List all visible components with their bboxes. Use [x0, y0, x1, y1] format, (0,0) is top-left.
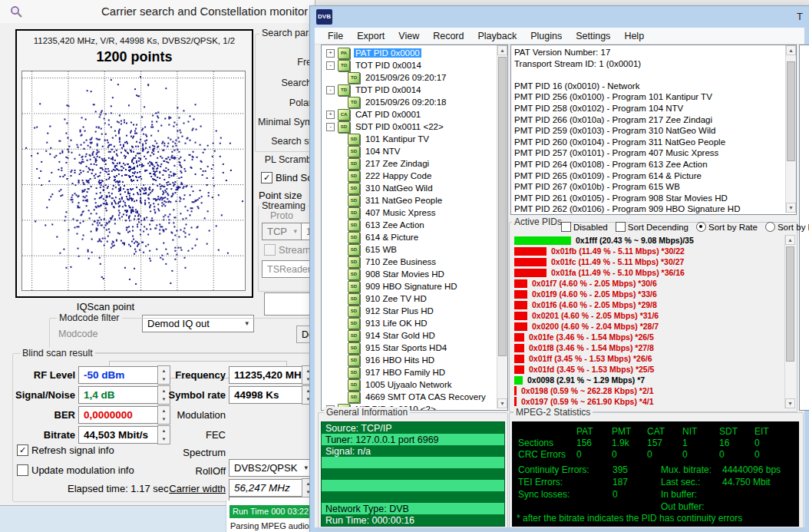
- scrollbar-thumb[interactable]: [786, 246, 794, 362]
- scroll-up-icon[interactable]: ▲: [786, 45, 796, 55]
- collapse-icon[interactable]: -: [326, 86, 335, 94]
- pid-rate-row[interactable]: 0x0098 (2.91 % ~ 1.29 Mbps) *7: [514, 375, 784, 385]
- scroll-down-icon[interactable]: ▼: [785, 398, 795, 408]
- collapse-icon[interactable]: -: [326, 61, 335, 70]
- sn-field[interactable]: 1,4 dB: [78, 386, 158, 404]
- carrier-width-link[interactable]: Carrier width: [118, 483, 226, 494]
- tree-row[interactable]: SD914 Star Gold HD: [322, 329, 497, 342]
- tree-row[interactable]: SD615 WB: [322, 243, 497, 256]
- tree-row[interactable]: TO2015/09/26 09:20:17: [322, 71, 497, 84]
- tree-row[interactable]: SD908 Star Movies HD: [322, 268, 497, 280]
- pid-rate-row[interactable]: 0x01fa (11.49 % - 5.10 Mbps) *36/16: [514, 267, 784, 278]
- pid-rate-row[interactable]: 0x01f7 (4.60 % - 2.05 Mbps) *30/6: [514, 278, 784, 289]
- tree-row[interactable]: SD1005 Ujyaalo Network: [322, 378, 497, 391]
- tree-row[interactable]: SD915 Star Sports HD4: [322, 342, 497, 354]
- tree-scrollbar[interactable]: ▲ ▼: [497, 45, 507, 408]
- menu-export[interactable]: Export: [350, 31, 391, 41]
- tree-row[interactable]: SD217 Zee Zindagi: [322, 157, 497, 170]
- tree-row[interactable]: TD2015/09/26 09:20:18: [322, 96, 497, 108]
- point-size-label: Point size: [259, 190, 302, 201]
- general-info-row: Source: TCP/IP: [322, 422, 504, 434]
- rf-field[interactable]: -50 dBm: [78, 366, 158, 384]
- right-title-bar[interactable]: DVB T: [310, 6, 809, 28]
- menu-settings[interactable]: Settings: [569, 31, 617, 41]
- pid-rate-row[interactable]: 0x0198 (0.59 % ~ 262.28 Kbps) *2/1: [514, 385, 784, 396]
- tree-row[interactable]: SD222 Happy Code: [322, 170, 497, 182]
- general-info-row: Network Type: DVB: [322, 503, 504, 514]
- menu-help[interactable]: Help: [617, 31, 651, 41]
- pid-rate-row[interactable]: 0x01fd (3.45 % - 1.53 Mbps) *25/5: [514, 364, 784, 375]
- tree-row[interactable]: +PAPAT PID 0x0000: [322, 47, 497, 59]
- proto-dropdown[interactable]: TCP ▾: [262, 223, 302, 240]
- blind-scan-checkbox[interactable]: ✓: [261, 172, 272, 183]
- menu-plugins[interactable]: Plugins: [523, 31, 569, 41]
- pid-rate-row[interactable]: 0x01f9 (4.60 % - 2.05 Mbps) *33/6: [514, 289, 784, 299]
- tree-row[interactable]: SD310 NatGeo Wild: [322, 182, 497, 194]
- sort-descending-checkbox[interactable]: [616, 222, 626, 232]
- update-modulation-checkbox[interactable]: [17, 464, 28, 476]
- sort-by-pid-radio[interactable]: [765, 222, 775, 232]
- scroll-down-icon[interactable]: ▼: [497, 398, 507, 408]
- tree-row[interactable]: SD407 Music Xpress: [322, 207, 497, 219]
- menu-file[interactable]: File: [321, 31, 350, 41]
- pid-rate-row[interactable]: 0x01f6 (4.60 % - 2.05 Mbps) *29/8: [514, 299, 784, 310]
- ber-field[interactable]: 0,0000000: [78, 406, 158, 424]
- scroll-up-icon[interactable]: ▲: [785, 235, 795, 245]
- mod-dropdown[interactable]: DVBS2/QPSK▾: [229, 459, 313, 477]
- stat-column-header: SDT: [719, 426, 738, 437]
- menu-record[interactable]: Record: [426, 31, 471, 41]
- tree-row[interactable]: -TOTOT PID 0x0014: [322, 59, 497, 71]
- pid-rate-row[interactable]: 0x0200 (4.60 % - 2.04 Mbps) *28/7: [514, 321, 784, 332]
- tree-row[interactable]: SD710 Zee Business: [322, 256, 497, 268]
- tree-row[interactable]: SD101 Kantipur TV: [322, 133, 497, 145]
- tree-row[interactable]: +CACAT PID 0x0001: [322, 108, 497, 121]
- scroll-up-icon[interactable]: ▲: [497, 45, 507, 55]
- tree-row[interactable]: SD104 NTV: [322, 145, 497, 157]
- scrollbar-thumb[interactable]: [498, 57, 507, 356]
- scrollbar-thumb[interactable]: [787, 61, 795, 161]
- collapse-icon[interactable]: -: [326, 123, 335, 131]
- tree-row[interactable]: SD4669 SMT OTA CAS Recovery: [322, 391, 497, 403]
- freq-field[interactable]: 11235,420 MHz: [229, 366, 307, 384]
- table-type-icon: TO: [338, 60, 350, 71]
- pid-scrollbar[interactable]: ▲ ▼: [784, 235, 795, 408]
- tree-row[interactable]: SD613 Zee Action: [322, 219, 497, 231]
- table-type-icon: SD: [348, 220, 360, 231]
- tree-row[interactable]: SD916 HBO Hits HD: [322, 354, 497, 366]
- stream-checkbox[interactable]: [264, 244, 276, 256]
- sort-by-rate-radio[interactable]: [696, 222, 706, 232]
- pid-rate-bar: [514, 333, 524, 342]
- tree-row[interactable]: SD311 NatGeo People: [322, 194, 497, 207]
- bitrate-field[interactable]: 44,503 Mbit/s: [78, 426, 158, 444]
- tree-row[interactable]: SD912 Star Plus HD: [322, 305, 497, 317]
- expand-icon[interactable]: +: [326, 111, 335, 119]
- tree-row[interactable]: SD909 HBO Signature HD: [322, 280, 497, 292]
- tree-row[interactable]: SD614 & Picture: [322, 231, 497, 243]
- left-title-bar[interactable]: Carrier search and Constellation monitor: [0, 0, 315, 23]
- tree-row[interactable]: -TDTDT PID 0x0014: [322, 84, 497, 96]
- sr-field[interactable]: 44998 Ks: [229, 386, 307, 404]
- refresh-signal-checkbox[interactable]: ✓: [17, 444, 28, 456]
- pid-rate-row[interactable]: 0x0201 (4.60 % - 2.05 Mbps) *31/6: [514, 310, 784, 321]
- tree-row[interactable]: -SDSDT PID 0x0011 <22>: [322, 121, 497, 133]
- pid-rate-row[interactable]: 0x01f8 (3.46 % - 1.54 Mbps) *27/8: [514, 342, 784, 353]
- pid-rate-row[interactable]: 0x01fc (11.49 % - 5.11 Mbps) *30/27: [514, 256, 784, 267]
- pid-rate-row[interactable]: 0x0197 (0.59 % ~ 261.90 Kbps) *4/1: [514, 396, 784, 407]
- tree-row[interactable]: SD913 Life OK HD: [322, 317, 497, 329]
- menu-playback[interactable]: Playback: [471, 31, 523, 41]
- carrier-width-field[interactable]: 56,247 MHz: [229, 479, 307, 497]
- disabled-checkbox[interactable]: [561, 222, 571, 232]
- pat-scrollbar[interactable]: ▲ ▼: [785, 45, 796, 213]
- expand-icon[interactable]: +: [326, 49, 335, 58]
- tree-row[interactable]: SD910 Zee TV HD: [322, 292, 497, 305]
- scroll-down-icon[interactable]: ▼: [786, 203, 796, 213]
- tree-row[interactable]: SD917 HBO Family HD: [322, 366, 497, 378]
- iq-readout-box: [264, 292, 316, 316]
- pid-rate-row[interactable]: 0x01fb (11.49 % - 5.11 Mbps) *30/22: [514, 246, 784, 256]
- pid-rate-row[interactable]: 0x01ff (3.45 % - 1.53 Mbps) *26/6: [514, 353, 784, 364]
- pid-rate-row[interactable]: 0x01fe (3.46 % - 1.54 Mbps) *26/5: [514, 332, 784, 342]
- stat-pair-label: In buffer:: [661, 489, 697, 500]
- pat-info-line: PMT PID 264 (0x0108) - Program 613 Zee A…: [511, 160, 785, 171]
- pid-rate-row[interactable]: 0x1fff (20.43 % ~ 9.08 Mbps)/35: [514, 235, 784, 246]
- menu-view[interactable]: View: [391, 31, 426, 41]
